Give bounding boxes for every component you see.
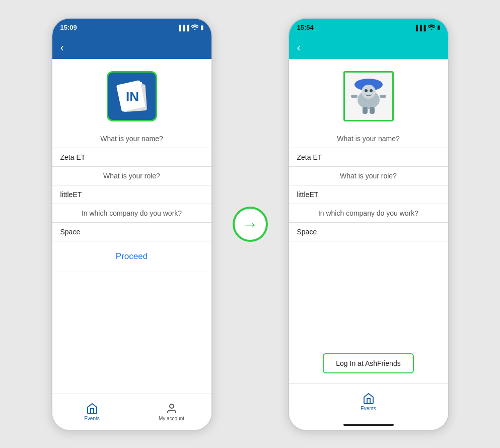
nav-bar-right: ‹ [289, 37, 448, 59]
home-bar-right [289, 420, 448, 430]
events-label-right: Events [361, 406, 376, 411]
bottom-nav-left: Events My account [52, 394, 211, 430]
time-right: 15:54 [297, 24, 314, 31]
nav-events-left[interactable]: Events [52, 403, 132, 421]
svg-point-9 [365, 89, 368, 92]
answer-role-left: littleET [52, 185, 211, 204]
transition-arrow: → [233, 207, 268, 242]
account-label-left: My account [159, 416, 184, 421]
proceed-area: Proceed [52, 241, 211, 272]
battery-icon-right: ▮ [437, 24, 440, 31]
svg-rect-11 [351, 95, 358, 98]
phone-left: 15:09 ▐▐▐ ▮ ‹ [51, 18, 212, 431]
status-icons-right: ▐▐▐ ▮ [414, 24, 440, 31]
time-left: 15:09 [60, 24, 77, 31]
svg-point-5 [170, 404, 174, 408]
comparison-view: 15:09 ▐▐▐ ▮ ‹ [51, 18, 449, 431]
signal-icon-right: ▐▐▐ [414, 25, 425, 31]
logo-area-right [289, 59, 448, 130]
login-area: Log In at AshFriends [289, 343, 448, 383]
robot-logo-right [343, 71, 394, 121]
arrow-icon: → [242, 216, 258, 232]
question-name-right: What is your name? [289, 130, 448, 148]
back-button-right[interactable]: ‹ [297, 41, 301, 54]
proceed-button[interactable]: Proceed [116, 251, 148, 262]
nav-bar-left: ‹ [52, 37, 211, 59]
login-button[interactable]: Log In at AshFriends [323, 353, 413, 373]
info-section-right: What is your name? Zeta ET What is your … [289, 130, 448, 383]
phone-right: 15:54 ▐▐▐ ▮ ‹ [288, 18, 449, 431]
svg-text:IN: IN [126, 89, 139, 104]
signal-icon: ▐▐▐ [177, 25, 189, 31]
svg-rect-12 [380, 95, 386, 98]
svg-rect-13 [363, 107, 368, 114]
wifi-icon [191, 24, 198, 31]
answer-company-left: Space [52, 223, 211, 241]
back-button-left[interactable]: ‹ [60, 41, 64, 54]
battery-icon: ▮ [200, 24, 203, 31]
app-logo-left: IN [107, 71, 157, 121]
question-name-left: What is your name? [52, 130, 211, 148]
info-section-left: What is your name? Zeta ET What is your … [52, 130, 211, 394]
question-role-left: What is your role? [52, 167, 211, 185]
svg-point-8 [362, 85, 376, 99]
home-bar-indicator [343, 424, 394, 426]
status-icons-left: ▐▐▐ ▮ [177, 24, 203, 31]
status-bar-right: 15:54 ▐▐▐ ▮ [289, 19, 448, 37]
status-bar-left: 15:09 ▐▐▐ ▮ [52, 19, 211, 37]
wifi-icon-right [428, 24, 435, 31]
answer-name-right: Zeta ET [289, 148, 448, 167]
bottom-nav-right: Events [289, 383, 448, 420]
answer-name-left: Zeta ET [52, 148, 211, 167]
logo-area-left: IN [52, 59, 211, 130]
answer-company-right: Space [289, 223, 448, 241]
svg-rect-14 [370, 107, 375, 114]
svg-point-10 [370, 89, 373, 92]
events-label-left: Events [84, 416, 100, 421]
nav-account-left[interactable]: My account [132, 403, 211, 421]
question-company-left: In which company do you work? [52, 204, 211, 223]
question-role-right: What is your role? [289, 167, 448, 185]
answer-role-right: littleET [289, 185, 448, 204]
nav-events-right[interactable]: Events [289, 393, 448, 411]
question-company-right: In which company do you work? [289, 204, 448, 223]
